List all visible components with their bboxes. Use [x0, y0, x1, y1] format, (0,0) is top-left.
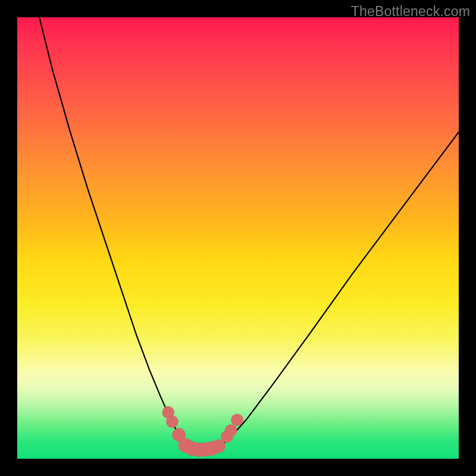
bottleneck-curve: [39, 17, 459, 450]
chart-frame: TheBottleneck.com: [0, 0, 476, 476]
data-marker: [212, 440, 225, 453]
chart-svg: [17, 17, 459, 459]
watermark-text: TheBottleneck.com: [351, 4, 470, 20]
data-marker: [166, 416, 178, 428]
curve-group: [39, 17, 459, 450]
data-marker: [225, 424, 237, 436]
data-marker: [231, 414, 243, 426]
marker-group: [162, 406, 243, 457]
